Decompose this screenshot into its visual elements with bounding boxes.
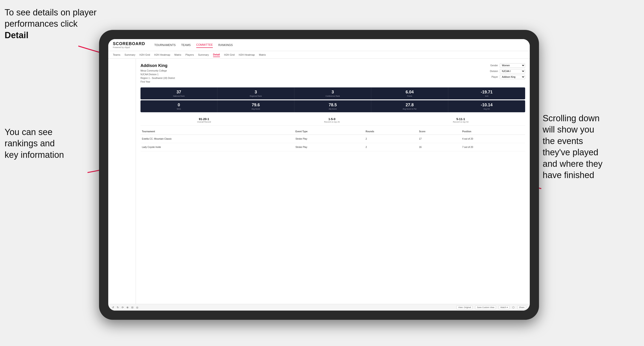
stat-cell: 78.5Adj Score [294,100,371,112]
tablet-screen: SCOREBOARD Powered by clippd TOURNAMENTS… [108,39,530,311]
logo-area: SCOREBOARD Powered by clippd [113,41,145,48]
logo-title: SCOREBOARD [113,41,145,46]
td-tournament: Estella CC- Mountain Classic [140,135,294,143]
table-header-row: Tournament Event Type Rounds Score Posit… [140,128,525,135]
division-label: Division [486,70,498,72]
stat-cell: 37National Rank [140,87,218,99]
tab-summary-2[interactable]: Summary [198,53,209,57]
left-panel [108,59,136,304]
nav-teams[interactable]: TEAMS [181,42,190,48]
player-row: Player Addison King [486,75,525,79]
records-row: 91-20-1 Overall Record 1-5-0 Record vs t… [140,115,525,126]
stats-row-1: 37National Rank3Regional Rank3Conference… [140,87,525,99]
table-body: Estella CC- Mountain Classic Stroke Play… [140,135,525,151]
tab-h2h-grid-1[interactable]: H2H Grid [139,53,150,57]
record-overall: 91-20-1 Overall Record [197,117,211,123]
logo-sub: Powered by clippd [113,46,145,48]
td-rounds: 2 [364,143,418,151]
stats-row-2: 0Wins79.6Avg Score78.5Adj Score27.8Avg S… [140,100,525,112]
player-name: Addison King [140,63,175,68]
gender-select[interactable]: Women [500,63,525,68]
td-event-type: Stroke Play [294,135,364,143]
table-row: Lady Coyote Invite Stroke Play 2 16 7 ou… [140,143,525,151]
undo-icon[interactable]: ↺ [112,306,114,309]
tab-summary-1[interactable]: Summary [124,53,135,57]
td-position: 7 out of 20 [461,143,525,151]
tablet-frame: SCOREBOARD Powered by clippd TOURNAMENTS… [99,30,539,320]
stat-cell: 27.8Avg Score to Par [371,100,448,112]
player-select[interactable]: Addison King [500,75,525,79]
td-score: 17 [418,135,461,143]
tab-matrix-2[interactable]: Matrix [259,53,266,57]
share-label: Share [519,306,524,309]
gender-row: Gender Women [486,63,525,68]
record-overall-value: 91-20-1 [197,117,211,121]
view-original-btn[interactable]: View: Original [456,306,472,309]
th-rounds: Rounds [364,128,418,135]
player-info: Addison King Mesa Community College NJCA… [140,63,175,84]
save-custom-btn[interactable]: Save Custom View [475,306,496,309]
nav-tournaments[interactable]: TOURNAMENTS [154,42,176,48]
player-header: Addison King Mesa Community College NJCA… [140,63,525,84]
stat-cell: -19.71SoS [448,87,525,99]
tab-teams[interactable]: Teams [113,53,120,57]
th-position: Position [461,128,525,135]
content-area[interactable]: Addison King Mesa Community College NJCA… [136,59,530,304]
tab-h2h-heatmap-2[interactable]: H2H Heatmap [239,53,255,57]
nav-items: TOURNAMENTS TEAMS COMMITTEE RANKINGS [154,42,233,48]
record-top25-label: Record vs top 25 [324,121,340,123]
player-college: Mesa Community College [140,69,175,73]
td-event-type: Stroke Play [294,143,364,151]
stat-cell: 3Regional Rank [218,87,294,99]
tab-matrix-1[interactable]: Matrix [174,53,181,57]
stat-cell: 79.6Avg Score [218,100,294,112]
division-row: Division NJCAA I [486,69,525,73]
player-division: NJCAA Division 1 [140,73,175,76]
th-score: Score [418,128,461,135]
redo-icon[interactable]: ↻ [117,306,119,309]
annotation-right: Scrolling down will show you the events … [543,113,640,181]
sub-nav: Teams Summary H2H Grid H2H Heatmap Matri… [108,51,530,59]
table-row: Estella CC- Mountain Classic Stroke Play… [140,135,525,143]
share-btn[interactable]: Share [517,306,526,309]
record-top25: 1-5-0 Record vs top 25 [324,117,340,123]
td-rounds: 2 [364,135,418,143]
stat-cell: 0Wins [140,100,218,112]
record-top50: 5-11-1 Record vs top 50 [453,117,468,123]
record-top25-value: 1-5-0 [324,117,340,121]
tab-players[interactable]: Players [186,53,194,57]
watch-btn[interactable]: Watch ▾ [499,306,510,309]
stat-cell: 3Conference Rank [294,87,371,99]
player-controls: Gender Women Division NJCAA I [486,63,525,84]
stat-cell: 6.04Points [371,87,448,99]
th-event-type: Event Type [294,128,364,135]
save-custom-label: Save Custom View [477,306,494,309]
toolbar-icon-4: ◎ [136,306,138,309]
td-position: 4 out of 20 [461,135,525,143]
annotation-bottom-left: You can see rankings and key information [4,127,92,161]
view-original-label: View: Original [458,306,471,309]
toolbar-icon-2: ⊕ [126,306,128,309]
player-region: Region 1 - Southwest (18) District [140,76,175,80]
gender-label: Gender [486,64,498,67]
events-table: Tournament Event Type Rounds Score Posit… [140,128,525,151]
record-top50-label: Record vs top 50 [453,121,468,123]
tab-h2h-heatmap-1[interactable]: H2H Heatmap [154,53,170,57]
tab-detail[interactable]: Detail [213,52,220,57]
th-tournament: Tournament [140,128,294,135]
toolbar-icon-3: ⊟ [131,306,133,309]
bottom-toolbar: ↺ ↻ ⟳ ⊕ ⊟ ◎ View: Original Save Custom V… [108,304,530,311]
watch-label: Watch ▾ [500,306,508,309]
tab-h2h-grid-2[interactable]: H2H Grid [224,53,235,57]
main-content: Addison King Mesa Community College NJCA… [108,59,530,304]
td-tournament: Lady Coyote Invite [140,143,294,151]
division-select[interactable]: NJCAA I [500,69,525,73]
app-container: SCOREBOARD Powered by clippd TOURNAMENTS… [108,39,530,311]
td-score: 16 [418,143,461,151]
share-icon: ⬡ [512,306,514,309]
annotation-top-left: To see details on player performances cl… [4,7,101,41]
nav-committee[interactable]: COMMITTEE [196,42,213,48]
nav-rankings[interactable]: RANKINGS [218,42,233,48]
record-top50-value: 5-11-1 [453,117,468,121]
player-year: First Year [140,80,175,84]
